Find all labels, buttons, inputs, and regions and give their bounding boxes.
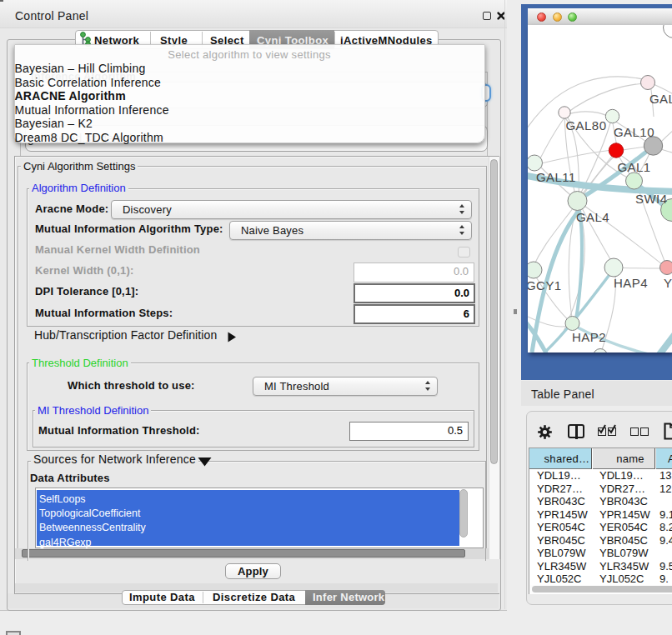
svg-text:GCY1: GCY1 <box>528 278 562 292</box>
svg-text:HAP4: HAP4 <box>614 276 648 290</box>
svg-text:GAL4: GAL4 <box>576 210 609 224</box>
svg-text:GAL80: GAL80 <box>566 118 607 132</box>
svg-text:GAL1: GAL1 <box>618 160 651 174</box>
svg-text:GAL11: GAL11 <box>536 170 576 184</box>
svg-text:GAL7: GAL7 <box>649 92 672 106</box>
svg-text:YD: YD <box>664 276 672 290</box>
svg-text:SWI4: SWI4 <box>635 192 667 206</box>
svg-text:HAP2: HAP2 <box>572 330 606 344</box>
svg-text:GAL10: GAL10 <box>614 125 654 139</box>
